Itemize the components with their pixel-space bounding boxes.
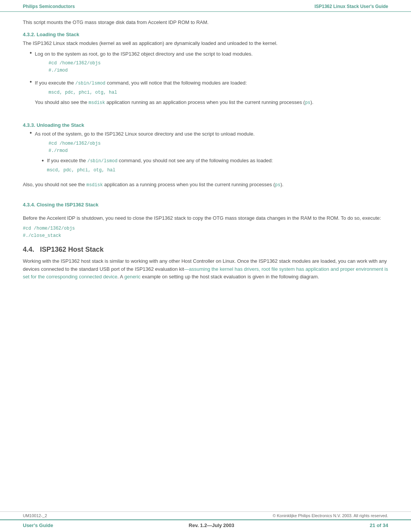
code-432-1: #cd /home/1362/objs #./imod: [49, 60, 388, 74]
lsmod-inline: /sbin/lsmod: [75, 81, 105, 86]
lsmod-inline-2: /sbin/lsmod: [87, 158, 117, 164]
bullet-432-2-text: If you execute the /sbin/lsmod command, …: [35, 79, 388, 110]
msdisk-inline: msdisk: [89, 100, 105, 105]
footer-top: UM10012-_2 © Koninklijke Philips Electro…: [0, 511, 411, 519]
code-434: #cd /home/1362/objs #./close_stack: [23, 225, 388, 240]
section-433-title: Unloading the Stack: [37, 122, 84, 128]
footer-users-guide: User's Guide: [23, 522, 53, 528]
sub-bullet-433: • If you execute the /sbin/lsmod command…: [42, 157, 388, 176]
page-header: Philips Semiconductors ISP1362 Linux Sta…: [0, 0, 411, 12]
page: Philips Semiconductors ISP1362 Linux Sta…: [0, 0, 411, 532]
main-content: This script mounts the OTG mass storage …: [0, 12, 411, 511]
sub-bullet-433-text: If you execute the /sbin/lsmod command, …: [47, 157, 388, 176]
section-433-num: 4.3.3.: [23, 122, 35, 128]
code-433-modules: mscd, pdc, phci, otg, hal: [47, 167, 388, 174]
bullet-dot-433: •: [30, 129, 32, 136]
bullet-433-1-text: As root of the system, go to the ISP1362…: [35, 130, 388, 179]
bullet-dot: •: [30, 50, 32, 56]
section-44-title: ISP1362 Host Stack: [40, 246, 104, 253]
bullet-433-1: • As root of the system, go to the ISP13…: [30, 130, 388, 179]
footer-top-right: © Koninklijke Philips Electronics N.V. 2…: [272, 513, 388, 518]
section-432-heading: 4.3.2. Loading the Stack: [23, 32, 388, 37]
section-432-body: The ISP1362 Linux stack modules (kernel …: [23, 40, 388, 47]
section-434-title: Closing the ISP1362 Stack: [37, 202, 99, 208]
header-right: ISP1362 Linux Stack User's Guide: [314, 4, 388, 9]
section-44-heading: 4.4. ISP1362 Host Stack: [23, 246, 388, 254]
intro-text: This script mounts the OTG mass storage …: [23, 19, 388, 26]
generic-link: generic: [124, 274, 141, 280]
section-44: 4.4. ISP1362 Host Stack Working with the…: [23, 246, 388, 280]
section-44-num: 4.4.: [23, 246, 34, 253]
footer-bottom: User's Guide Rev. 1.2—July 2003 21 of 34: [0, 519, 411, 532]
section-434: 4.3.4. Closing the ISP1362 Stack Before …: [23, 202, 388, 240]
header-left: Philips Semiconductors: [23, 4, 75, 9]
footer-revision: Rev. 1.2—July 2003: [189, 522, 234, 528]
section-433: 4.3.3. Unloading the Stack • As root of …: [23, 122, 388, 189]
section-44-body: Working with the ISP1362 host stack is s…: [23, 257, 388, 280]
msdisk-inline-2: msdisk: [86, 182, 103, 188]
section-434-num: 4.3.4.: [23, 202, 35, 208]
code-432-modules: mscd, pdc, phci, otg, hal: [49, 89, 388, 96]
bullet-dot-2: •: [30, 78, 32, 85]
footer-top-left: UM10012-_2: [23, 513, 47, 518]
section-434-heading: 4.3.4. Closing the ISP1362 Stack: [23, 202, 388, 208]
section-434-body: Before the Accelent IDP is shutdown, you…: [23, 214, 388, 222]
bullet-432-2: • If you execute the /sbin/lsmod command…: [30, 79, 388, 110]
section-432-title: Loading the Stack: [37, 32, 79, 37]
bullet-432-1: • Log on to the system as root, go to th…: [30, 50, 388, 77]
ps-inline-2: ps: [275, 182, 280, 188]
section-432-num: 4.3.2.: [23, 32, 35, 37]
ps-inline: ps: [305, 100, 310, 105]
section-433-note: Also, you should not see the msdisk appl…: [23, 181, 388, 189]
sub-bullet-dot: •: [42, 156, 44, 165]
section-432: 4.3.2. Loading the Stack The ISP1362 Lin…: [23, 32, 388, 110]
footer-page-number: 21 of 34: [370, 522, 388, 528]
section-433-heading: 4.3.3. Unloading the Stack: [23, 122, 388, 128]
bullet-432-1-text: Log on to the system as root, go to the …: [35, 50, 388, 77]
section-432-note: You should also see the msdisk applicati…: [35, 99, 388, 107]
code-433-1: #cd /home/1362/objs #./rmod: [49, 140, 388, 155]
